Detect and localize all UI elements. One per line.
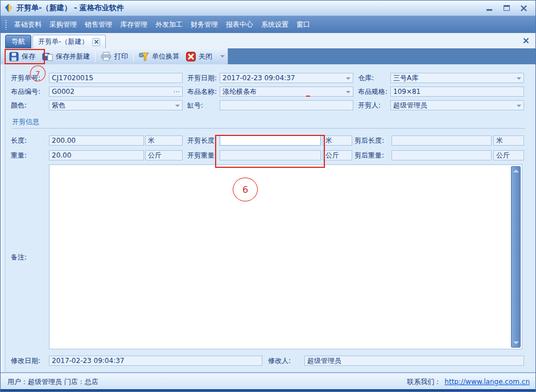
order-no-label: 开剪单号:: [11, 73, 40, 83]
unit-convert-funnel-icon: [139, 52, 149, 61]
chevron-down-icon[interactable]: [517, 105, 521, 107]
status-user-info: 用户：超级管理员 门店：总店: [7, 377, 98, 387]
tab-close-button[interactable]: [92, 38, 100, 46]
cut-length-input[interactable]: [220, 135, 321, 146]
window-bottom-edge: [1, 389, 535, 391]
order-date-combo[interactable]: 2017-02-23 09:04:37: [220, 73, 353, 83]
warehouse-label: 仓库:: [358, 73, 374, 83]
menu-item-finance[interactable]: 财务管理: [187, 18, 222, 32]
close-form-button[interactable]: 关闭: [183, 50, 216, 63]
menu-item-inventory[interactable]: 库存管理: [116, 18, 151, 32]
length-label: 长度:: [11, 135, 27, 146]
unit-convert-label: 单位换算: [152, 52, 179, 61]
modified-date-input[interactable]: 2017-02-23 09:04:37: [49, 356, 262, 366]
after-length-label: 剪后长度:: [354, 135, 384, 146]
toolbar-separator: [95, 51, 96, 62]
chevron-down-icon[interactable]: [346, 91, 351, 93]
section-divider: [12, 128, 525, 129]
menu-item-base-data[interactable]: 基础资料: [10, 18, 46, 32]
unit-convert-button[interactable]: 单位换算: [135, 50, 183, 63]
close-dropdown-arrow[interactable]: [220, 55, 225, 57]
tab-label: 开剪单-（新建）: [38, 37, 88, 47]
tabstrip-close-button[interactable]: [522, 36, 530, 44]
minimize-button[interactable]: [483, 3, 496, 13]
fabric-spec-input[interactable]: 109×81: [390, 86, 524, 97]
cut-weight-input[interactable]: [220, 150, 321, 160]
menu-item-window[interactable]: 窗口: [292, 18, 314, 32]
panel-grip[interactable]: [1, 64, 6, 372]
cut-weight-label: 开剪重量:: [187, 150, 217, 160]
vat-no-label: 缸号:: [187, 100, 203, 110]
close-red-icon: [186, 52, 196, 61]
warehouse-combo[interactable]: 三号A库: [390, 73, 524, 83]
chevron-down-icon[interactable]: [346, 77, 351, 80]
maximize-icon: [504, 5, 510, 11]
menu-item-settings[interactable]: 系统设置: [257, 18, 292, 32]
title-bar: 开剪单-（新建） - 蓝格布业软件: [1, 1, 535, 16]
fabric-name-value: 涤纶横条布: [222, 88, 257, 96]
fabric-code-input[interactable]: G0002 ⋯: [49, 86, 183, 97]
cutter-label: 开剪人:: [358, 100, 381, 110]
fabric-spec-label: 布品规格:: [358, 86, 387, 97]
tab-strip: 导航 开剪单-（新建）: [1, 33, 535, 48]
weight-label: 重量:: [11, 150, 27, 160]
after-length-unit-box: 米: [493, 135, 524, 146]
minimize-icon: [486, 9, 492, 11]
remark-scrollbar[interactable]: [511, 166, 521, 348]
toolbar: 保存 保存并新建 打印: [1, 48, 535, 64]
after-length-input[interactable]: [391, 135, 492, 146]
print-button[interactable]: 打印: [97, 50, 131, 63]
cut-weight-unit-box: 公斤: [323, 150, 352, 160]
window-title: 开剪单-（新建） - 蓝格布业软件: [17, 3, 124, 13]
print-label: 打印: [114, 52, 128, 61]
menu-item-reports[interactable]: 报表中心: [222, 18, 257, 32]
close-icon: [521, 5, 527, 11]
contact-label: 联系我们：: [407, 377, 441, 387]
close-window-button[interactable]: [517, 3, 530, 13]
menu-item-sales[interactable]: 销售管理: [81, 18, 116, 32]
save-and-new-label: 保存并新建: [56, 52, 90, 61]
scroll-up-icon[interactable]: [513, 170, 519, 172]
length-input[interactable]: 200.00: [49, 135, 144, 146]
cutter-combo[interactable]: 超级管理员: [390, 100, 524, 110]
weight-input[interactable]: 20.00: [49, 150, 144, 160]
tab-cutting-order[interactable]: 开剪单-（新建）: [32, 35, 106, 48]
order-date-value: 2017-02-23 09:04:37: [222, 74, 295, 82]
modified-by-label: 修改人:: [268, 356, 291, 366]
chevron-down-icon[interactable]: [517, 77, 521, 80]
fabric-name-label: 布品名称:: [187, 86, 217, 97]
website-link[interactable]: http://www.lange.com.cn: [444, 378, 530, 386]
fabric-name-combo[interactable]: 涤纶横条布: [220, 86, 353, 97]
save-and-new-icon: [42, 52, 53, 61]
chevron-down-icon[interactable]: [175, 105, 180, 107]
save-floppy-icon: [9, 52, 19, 61]
save-and-new-button[interactable]: 保存并新建: [39, 50, 93, 63]
cut-length-unit-box: 米: [323, 135, 352, 146]
vat-no-input[interactable]: [220, 100, 353, 110]
app-logo-icon: [4, 3, 13, 13]
color-combo[interactable]: 紫色: [49, 100, 183, 110]
remark-textarea[interactable]: [49, 164, 522, 349]
modified-by-input[interactable]: 超级管理员: [304, 356, 524, 366]
cut-length-label: 开剪长度:: [187, 135, 217, 146]
status-bar: 用户：超级管理员 门店：总店 联系我们： http://www.lange.co…: [1, 373, 536, 390]
maximize-button[interactable]: [500, 3, 513, 13]
scroll-down-icon[interactable]: [513, 341, 519, 344]
fabric-code-value: G0002: [52, 88, 75, 96]
app-window: 开剪单-（新建） - 蓝格布业软件 基础资料 采购管理 销售管理 库存管理 外发…: [0, 0, 536, 392]
toolbar-button-area: 保存 保存并新建 打印: [1, 48, 228, 64]
length-unit-box: 米: [145, 135, 183, 146]
menu-item-outsourcing[interactable]: 外发加工: [151, 18, 187, 32]
tab-navigation[interactable]: 导航: [5, 35, 31, 48]
after-weight-unit-box: 公斤: [493, 150, 524, 160]
menu-item-purchase[interactable]: 采购管理: [46, 18, 81, 32]
order-no-input[interactable]: CJ17020015: [49, 73, 183, 83]
window-controls: [483, 3, 532, 13]
save-button[interactable]: 保存: [6, 50, 39, 63]
lookup-ellipsis-button[interactable]: ⋯: [173, 88, 180, 96]
weight-unit-box: 公斤: [145, 150, 183, 160]
warehouse-value: 三号A库: [393, 74, 418, 82]
after-weight-input[interactable]: [391, 150, 492, 160]
fabric-code-label: 布品编号:: [11, 86, 40, 97]
color-value: 紫色: [52, 101, 65, 109]
